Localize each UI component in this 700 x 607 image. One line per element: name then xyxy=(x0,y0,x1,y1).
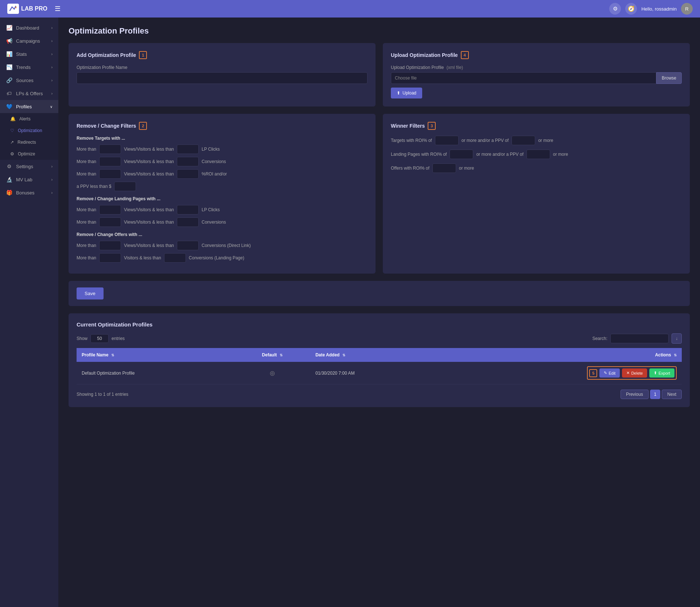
sidebar-item-campaigns[interactable]: 📢Campaigns › xyxy=(0,34,58,47)
page-number[interactable]: 1 xyxy=(650,390,661,399)
sidebar-sub-optimize[interactable]: ⚙ Optimize xyxy=(0,148,58,160)
delete-icon: ✕ xyxy=(626,371,630,375)
lp-conv-2[interactable] xyxy=(177,217,199,227)
sidebar-item-dashboard[interactable]: 📈Dashboard › xyxy=(0,21,58,34)
add-profile-card: Add Optimization Profile 1 Optimization … xyxy=(69,43,376,107)
col-profile-name[interactable]: Profile Name ⇅ xyxy=(77,348,234,362)
target-row-1: More than Views/Visitors & less than LP … xyxy=(77,144,368,154)
logo[interactable]: LAB PRO xyxy=(7,4,47,14)
winner-offers-roi[interactable] xyxy=(432,163,456,173)
nav-left: LAB PRO ☰ xyxy=(7,4,61,14)
winner-row-lp: Landing Pages with ROI% of or more and/o… xyxy=(391,150,682,159)
table-row: Default Optimization Profile ◎ 01/30/202… xyxy=(77,362,682,384)
save-area: Save xyxy=(69,281,690,306)
sidebar-item-settings[interactable]: ⚙Settings › xyxy=(0,160,58,173)
offers-conv-lp-2[interactable] xyxy=(164,253,186,263)
sources-icon: 🔗 xyxy=(6,77,12,83)
step-3-badge: 3 xyxy=(428,122,436,130)
target-ppv-row: a PPV less than $ xyxy=(77,182,368,191)
current-profiles-title: Current Optimization Profiles xyxy=(77,321,682,328)
sidebar-label-sources: Sources xyxy=(16,78,34,83)
target-ppv-input[interactable] xyxy=(114,182,136,191)
offers-row-2: More than Visitors & less than Conversio… xyxy=(77,253,368,263)
col-date-added[interactable]: Date Added ⇅ xyxy=(310,348,433,362)
sidebar-sub-optimization[interactable]: ♡ Optimization xyxy=(0,125,58,136)
col-default[interactable]: Default ⇅ xyxy=(234,348,310,362)
upload-button[interactable]: ⬆ Upload xyxy=(391,88,422,98)
lp-views-2[interactable] xyxy=(99,217,121,227)
search-icon: ↓ xyxy=(676,336,678,341)
cell-default: ◎ xyxy=(234,362,310,384)
next-button[interactable]: Next xyxy=(662,390,682,399)
profiles-arrow: ∨ xyxy=(50,105,52,109)
target-views-1[interactable] xyxy=(99,144,121,154)
remove-targets-subtitle: Remove Targets with ... xyxy=(77,136,368,141)
hamburger-menu[interactable]: ☰ xyxy=(55,5,61,13)
sidebar-item-trends[interactable]: 📉Trends › xyxy=(0,61,58,74)
mvlab-icon: 🔬 xyxy=(6,177,12,182)
target-conversions-2[interactable] xyxy=(177,157,199,166)
offers-conv-1[interactable] xyxy=(177,241,199,250)
compass-icon-btn[interactable]: 🧭 xyxy=(625,3,637,15)
target-lp-clicks-1[interactable] xyxy=(177,144,199,154)
save-button[interactable]: Save xyxy=(77,287,104,299)
remove-filters-title: Remove / Change Filters 2 xyxy=(77,122,368,130)
cell-date-added: 01/30/2020 7:00 AM xyxy=(310,362,433,384)
sidebar-item-stats[interactable]: 📊Stats › xyxy=(0,47,58,61)
alerts-icon: 🔔 xyxy=(10,116,16,121)
winner-lp-roi[interactable] xyxy=(450,150,473,159)
sidebar-item-mvlab[interactable]: 🔬MV Lab › xyxy=(0,173,58,186)
winner-filters-title: Winner Filters 3 xyxy=(391,122,682,130)
user-avatar[interactable]: R xyxy=(681,3,693,15)
settings-icon-btn[interactable]: ⚙ xyxy=(609,3,621,15)
add-profile-label: Add Optimization Profile xyxy=(77,52,136,58)
main-content: Optimization Profiles Add Optimization P… xyxy=(58,18,700,607)
sidebar-item-bonuses[interactable]: 🎁Bonuses › xyxy=(0,186,58,199)
sidebar-item-profiles[interactable]: 💙Profiles ∨ xyxy=(0,100,58,113)
show-entries: Show entries xyxy=(77,334,125,343)
edit-button[interactable]: ✎ Edit xyxy=(599,368,620,378)
main-layout: 📈Dashboard › 📢Campaigns › 📊Stats › 📉Tren… xyxy=(0,18,700,607)
target-roi-3[interactable] xyxy=(177,169,199,179)
optimization-icon: ♡ xyxy=(10,128,14,133)
sidebar-sub-alerts[interactable]: 🔔 Alerts xyxy=(0,113,58,125)
winner-target-roi[interactable] xyxy=(435,136,459,145)
top-cards-row: Add Optimization Profile 1 Optimization … xyxy=(69,43,690,107)
lp-views-1[interactable] xyxy=(99,205,121,214)
previous-button[interactable]: Previous xyxy=(621,390,649,399)
profiles-submenu: 🔔 Alerts ♡ Optimization ↗ Redirects ⚙ Op… xyxy=(0,113,58,160)
sort-default: ⇅ xyxy=(280,353,283,357)
sidebar-item-sources[interactable]: 🔗Sources › xyxy=(0,74,58,87)
current-profiles-card: Current Optimization Profiles Show entri… xyxy=(69,313,690,407)
winner-target-ppv[interactable] xyxy=(512,136,535,145)
target-views-2[interactable] xyxy=(99,157,121,166)
upload-profile-label: Upload Optimization Profile xyxy=(391,52,458,58)
export-button[interactable]: ⬆ Export xyxy=(649,368,674,378)
logo-text: LAB PRO xyxy=(21,5,47,12)
pagination-area: Showing 1 to 1 of 1 entries Previous 1 N… xyxy=(77,390,682,399)
sidebar-item-lps-offers[interactable]: 🏷LPs & Offers › xyxy=(0,87,58,100)
logo-icon xyxy=(7,4,19,14)
profile-name-input[interactable] xyxy=(77,72,368,84)
remove-lp-subtitle: Remove / Change Landing Pages with ... xyxy=(77,196,368,201)
profiles-icon: 💙 xyxy=(6,104,12,109)
bonuses-arrow: › xyxy=(51,191,52,195)
winner-row-offers: Offers with ROI% of or more xyxy=(391,163,682,173)
entries-label: entries xyxy=(112,336,125,341)
search-input[interactable] xyxy=(610,334,669,343)
browse-button[interactable]: Browse xyxy=(656,72,682,84)
col-actions[interactable]: Actions ⇅ xyxy=(433,348,682,362)
trends-arrow: › xyxy=(51,65,52,69)
delete-button[interactable]: ✕ Delete xyxy=(622,368,647,378)
lp-clicks-1[interactable] xyxy=(177,205,199,214)
remove-filters-label: Remove / Change Filters xyxy=(77,123,136,129)
winner-lp-ppv[interactable] xyxy=(526,150,550,159)
offers-views-1[interactable] xyxy=(99,241,121,250)
sources-arrow: › xyxy=(51,78,52,82)
search-icon-button[interactable]: ↓ xyxy=(672,333,682,344)
entries-input[interactable] xyxy=(90,334,109,343)
target-views-3[interactable] xyxy=(99,169,121,179)
offers-visitors-2[interactable] xyxy=(99,253,121,263)
sidebar-sub-redirects[interactable]: ↗ Redirects xyxy=(0,136,58,148)
redirects-icon: ↗ xyxy=(10,140,14,145)
